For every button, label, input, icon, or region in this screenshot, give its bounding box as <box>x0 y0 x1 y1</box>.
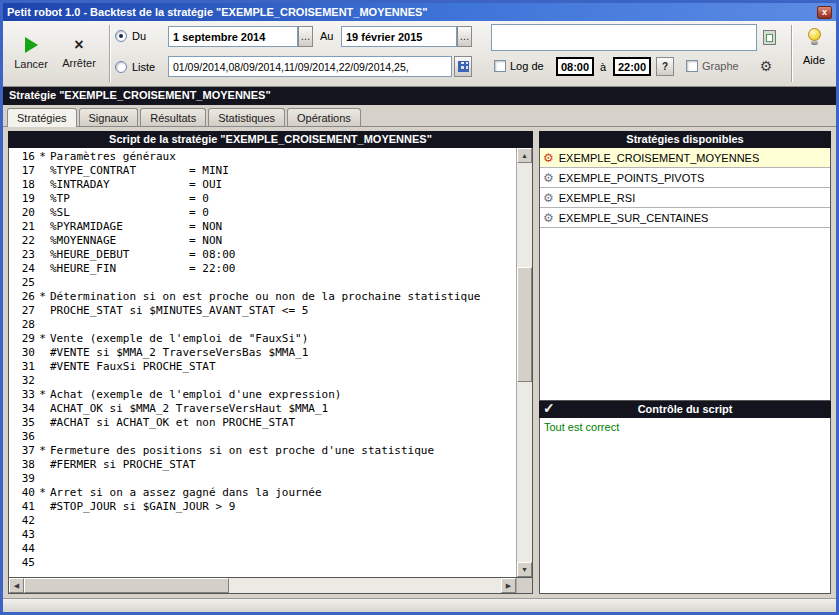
graph-settings-icon: ⚙ <box>760 59 773 73</box>
question-icon: ? <box>662 61 668 72</box>
close-icon: x <box>822 7 827 17</box>
arreter-button[interactable]: × Arrêter <box>55 23 103 83</box>
stop-icon: × <box>74 38 83 52</box>
log-checkbox-box <box>494 60 506 72</box>
code-line-45: 45 <box>9 556 516 570</box>
code-line-16: 16*Paramètres généraux <box>9 150 516 164</box>
strategy-item-label: EXEMPLE_RSI <box>559 192 635 204</box>
a-label: à <box>600 61 606 73</box>
code-line-18: 18%INTRADAY = OUI <box>9 178 516 192</box>
arreter-label: Arrêter <box>62 57 96 69</box>
code-line-22: 22%MOYENNAGE = NON <box>9 234 516 248</box>
lancer-button[interactable]: Lancer <box>7 23 55 83</box>
code-line-26: 26*Détermination si on est proche ou non… <box>9 290 516 304</box>
tab-strategies[interactable]: Stratégies <box>7 108 77 127</box>
aide-label: Aide <box>803 54 825 66</box>
radio-du[interactable]: Du <box>115 30 146 42</box>
vertical-scroll-track[interactable] <box>517 163 532 562</box>
paste-button[interactable] <box>760 27 779 48</box>
code-line-33: 33*Achat (exemple de l'emploi d'une expr… <box>9 388 516 402</box>
tab-operations[interactable]: Opérations <box>287 108 361 126</box>
horizontal-scrollbar[interactable]: ◀ ▶ <box>8 578 533 594</box>
code-line-19: 19%TP = 0 <box>9 192 516 206</box>
log-from-input[interactable]: 08:00 <box>556 57 594 76</box>
strategy-item[interactable]: ⚙EXEMPLE_SUR_CENTAINES <box>540 208 830 228</box>
strategy-item-label: EXEMPLE_CROISEMENT_MOYENNES <box>559 152 760 164</box>
code-line-42: 42 <box>9 514 516 528</box>
dates-list-input[interactable]: 01/09/2014,08/09/2014,11/09/2014,22/09/2… <box>168 56 452 77</box>
graphe-label: Graphe <box>702 60 739 72</box>
code-line-20: 20%SL = 0 <box>9 206 516 220</box>
scroll-down-button[interactable]: ▼ <box>517 562 532 577</box>
date-to-field[interactable]: 19 février 2015 <box>341 26 457 47</box>
window-title: Petit robot 1.0 - Backtest de la stratég… <box>7 6 817 18</box>
arrow-up-icon: ▲ <box>521 152 528 159</box>
strategy-item[interactable]: ⚙EXEMPLE_CROISEMENT_MOYENNES <box>540 148 830 168</box>
strategy-title-bar: Stratégie "EXEMPLE_CROISEMENT_MOYENNES" <box>3 87 836 105</box>
code-area[interactable]: 16*Paramètres généraux17%TYPE_CONTRAT = … <box>9 148 516 577</box>
titlebar: Petit robot 1.0 - Backtest de la stratég… <box>3 3 836 21</box>
code-line-44: 44 <box>9 542 516 556</box>
notes-field[interactable] <box>491 24 757 51</box>
control-panel-title: Contrôle du script <box>638 403 733 415</box>
scroll-right-button[interactable]: ▶ <box>501 578 516 593</box>
tab-signaux[interactable]: Signaux <box>79 108 139 126</box>
date-from-field[interactable]: 1 septembre 2014 <box>168 26 298 47</box>
strategy-item-label: EXEMPLE_SUR_CENTAINES <box>559 212 709 224</box>
radio-liste-circle <box>115 61 127 73</box>
horizontal-scroll-track[interactable] <box>24 578 501 593</box>
app-window: Petit robot 1.0 - Backtest de la stratég… <box>0 0 839 615</box>
code-line-21: 21%PYRAMIDAGE = NON <box>9 220 516 234</box>
script-panel-header: Script de la stratégie "EXEMPLE_CROISEME… <box>8 131 533 148</box>
code-line-23: 23%HEURE_DEBUT = 08:00 <box>9 248 516 262</box>
arrow-left-icon: ◀ <box>14 582 19 590</box>
scroll-left-button[interactable]: ◀ <box>9 578 24 593</box>
status-bar <box>3 598 836 612</box>
vertical-scroll-thumb[interactable] <box>517 267 532 383</box>
aide-button[interactable]: Aide <box>792 21 836 86</box>
code-line-17: 17%TYPE_CONTRAT = MINI <box>9 164 516 178</box>
tab-bar: StratégiesSignauxRésultatsStatistiquesOp… <box>3 105 836 127</box>
code-line-36: 36 <box>9 430 516 444</box>
dates-list-picker-button[interactable] <box>454 56 472 77</box>
radio-liste-label: Liste <box>132 61 155 73</box>
code-line-38: 38#FERMER si PROCHE_STAT <box>9 458 516 472</box>
gear-icon: ⚙ <box>543 152 554 164</box>
tab-resultats[interactable]: Résultats <box>140 108 206 126</box>
gear-icon: ⚙ <box>543 192 554 204</box>
code-line-37: 37*Fermeture des positions si on est pro… <box>9 444 516 458</box>
tab-statistiques[interactable]: Statistiques <box>208 108 285 126</box>
scrollbar-corner <box>516 578 532 593</box>
strategy-item[interactable]: ⚙EXEMPLE_RSI <box>540 188 830 208</box>
graphe-checkbox-box <box>686 60 698 72</box>
gear-icon: ⚙ <box>543 172 554 184</box>
close-button[interactable]: x <box>817 6 832 19</box>
code-line-41: 41#STOP_JOUR si $GAIN_JOUR > 9 <box>9 500 516 514</box>
code-line-29: 29*Vente (exemple de l'emploi de "FauxSi… <box>9 332 516 346</box>
clipboard-icon <box>763 30 776 45</box>
toolbar: Lancer × Arrêter Du Liste 1 septembre 20… <box>3 21 836 87</box>
code-line-32: 32 <box>9 374 516 388</box>
radio-du-circle <box>115 30 127 42</box>
lancer-label: Lancer <box>14 58 48 70</box>
code-line-28: 28 <box>9 318 516 332</box>
code-line-43: 43 <box>9 528 516 542</box>
script-editor: 16*Paramètres généraux17%TYPE_CONTRAT = … <box>8 148 533 578</box>
code-line-40: 40*Arret si on a assez gagné dans la jou… <box>9 486 516 500</box>
scroll-up-button[interactable]: ▲ <box>517 148 532 163</box>
strategy-item[interactable]: ⚙EXEMPLE_POINTS_PIVOTS <box>540 168 830 188</box>
code-line-24: 24%HEURE_FIN = 22:00 <box>9 262 516 276</box>
graphe-checkbox[interactable]: Graphe <box>686 60 739 72</box>
toolbar-separator <box>109 25 110 82</box>
vertical-scrollbar[interactable]: ▲ ▼ <box>516 148 532 577</box>
radio-liste[interactable]: Liste <box>115 61 155 73</box>
help-log-button[interactable]: ? <box>656 57 674 76</box>
horizontal-scroll-thumb[interactable] <box>24 578 229 593</box>
strategy-item-label: EXEMPLE_POINTS_PIVOTS <box>559 172 705 184</box>
graph-settings-button[interactable]: ⚙ <box>755 55 777 77</box>
date-from-picker-button[interactable]: … <box>298 26 313 47</box>
date-to-picker-button[interactable]: … <box>457 26 472 47</box>
log-to-input[interactable]: 22:00 <box>613 57 651 76</box>
log-checkbox[interactable]: Log de <box>494 60 544 72</box>
arrow-right-icon: ▶ <box>506 582 511 590</box>
